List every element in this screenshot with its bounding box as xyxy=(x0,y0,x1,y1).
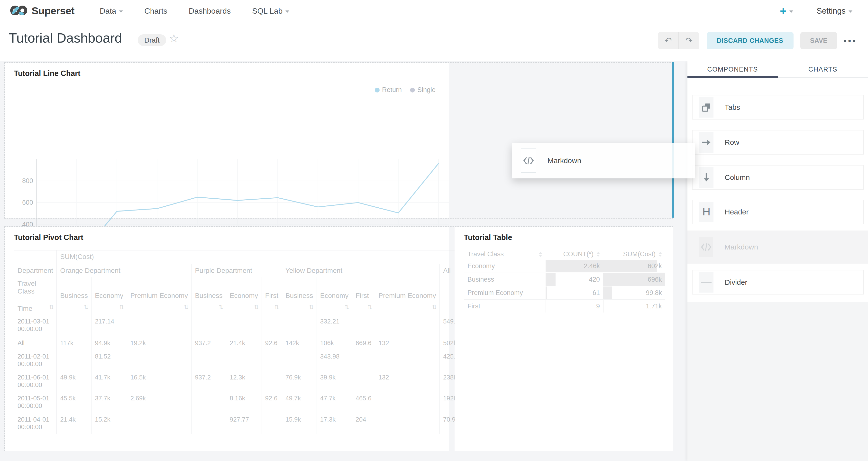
drag-preview-card[interactable]: Markdown xyxy=(512,143,695,178)
pivot-table: SUM(Cost)DepartmentOrange DepartmentPurp… xyxy=(14,250,466,434)
sort-icon[interactable]: ⇅ xyxy=(254,305,258,310)
pivot-cell xyxy=(191,315,226,337)
sort-icon xyxy=(539,252,542,257)
superset-brand[interactable]: Superset xyxy=(8,3,74,19)
sidebar-item-tabs[interactable]: Tabs xyxy=(692,95,864,120)
column-header[interactable]: SUM(Cost) xyxy=(603,249,665,259)
sum-cell: 602k xyxy=(603,259,665,273)
pivot-cell: 927.77 xyxy=(226,413,261,434)
discard-changes-button[interactable]: DISCARD CHANGES xyxy=(707,32,794,49)
sort-icon[interactable]: ⇅ xyxy=(184,305,188,310)
nav-item-dashboards[interactable]: Dashboards xyxy=(189,7,231,16)
sort-icon[interactable]: ⇅ xyxy=(274,305,278,310)
pivot-cell xyxy=(191,413,226,434)
nav-item-charts[interactable]: Charts xyxy=(144,7,167,16)
column-header[interactable]: COUNT(*) xyxy=(546,249,603,259)
redo-button[interactable]: ↷ xyxy=(679,32,700,49)
dashboard-row-2: Tutorial Pivot Chart SUM(Cost)Department… xyxy=(4,226,673,451)
sort-icon[interactable]: ⇅ xyxy=(119,305,123,310)
active-tab-underline xyxy=(687,76,778,78)
pivot-cell: 45.5k xyxy=(57,392,92,413)
travel-class-cell: Business xyxy=(464,273,546,286)
sum-cell: 1.71k xyxy=(603,300,665,313)
pivot-sort-cell[interactable]: ⇅ xyxy=(375,302,440,315)
sidebar-item-markdown: Markdown xyxy=(687,230,868,264)
pivot-cell: 669.6 xyxy=(352,337,375,350)
pivot-row-dimension: TravelClass xyxy=(14,277,57,302)
pivot-sort-cell[interactable]: ⇅ xyxy=(127,302,191,315)
settings-menu[interactable]: Settings xyxy=(817,6,852,16)
legend-dot xyxy=(375,88,380,92)
favorite-star-icon[interactable]: ☆ xyxy=(169,32,179,45)
dashboard-title[interactable]: Tutorial Dashboard xyxy=(9,30,122,46)
sort-icon[interactable]: ⇅ xyxy=(309,305,313,310)
pivot-row-header: 2011-05-0100:00:00 xyxy=(14,392,57,413)
pivot-col-dimension: Department xyxy=(14,264,57,277)
pivot-row-header: 2011-03-0100:00:00 xyxy=(14,315,57,337)
table-chart-card[interactable]: Tutorial Table Travel Class COUNT(*) SUM… xyxy=(455,227,673,451)
pivot-cell xyxy=(261,350,282,371)
pivot-col-group: Purple Department xyxy=(191,264,282,277)
sort-icon[interactable]: ⇅ xyxy=(84,305,88,310)
pivot-time-header[interactable]: Time⇅ xyxy=(14,302,57,315)
pivot-subcolumn: Business xyxy=(57,277,92,302)
table-row: Economy 2.46k 602k xyxy=(464,259,665,273)
sidebar-tab-charts[interactable]: CHARTS xyxy=(778,61,868,78)
pivot-sort-cell[interactable]: ⇅ xyxy=(317,302,352,315)
pivot-sort-cell[interactable]: ⇅ xyxy=(191,302,226,315)
new-item-button[interactable]: + xyxy=(780,4,793,18)
svg-text:600: 600 xyxy=(22,199,33,206)
svg-text:H: H xyxy=(703,206,711,218)
pivot-cell xyxy=(57,315,92,337)
legend-label: Single xyxy=(417,86,436,94)
legend-item-return[interactable]: Return xyxy=(375,86,402,94)
pivot-cell xyxy=(127,315,191,337)
nav-item-label: Dashboards xyxy=(189,7,231,16)
sidebar-item-row[interactable]: Row xyxy=(692,130,864,155)
line-chart-card[interactable]: Tutorial Line Chart ReturnSingle 2004006… xyxy=(5,63,449,218)
more-options-button[interactable]: ••• xyxy=(843,36,857,45)
save-button[interactable]: SAVE xyxy=(800,32,837,49)
pivot-row-header: All xyxy=(14,337,57,350)
pivot-cell xyxy=(226,315,261,337)
pivot-subcolumn: Economy xyxy=(226,277,261,302)
legend-item-single[interactable]: Single xyxy=(410,86,436,94)
pivot-sort-cell[interactable]: ⇅ xyxy=(57,302,92,315)
markdown-icon xyxy=(521,149,536,173)
tab-label: COMPONENTS xyxy=(707,66,758,73)
pivot-cell xyxy=(282,315,317,337)
header-actions: ↶ ↷ DISCARD CHANGES SAVE ••• xyxy=(658,32,857,49)
pivot-sort-cell[interactable]: ⇅ xyxy=(261,302,282,315)
pivot-cell: 16.5k xyxy=(127,371,191,392)
pivot-cell: 937.2 xyxy=(191,337,226,350)
sort-icon[interactable]: ⇅ xyxy=(219,305,223,310)
sort-icon[interactable]: ⇅ xyxy=(367,305,371,310)
sort-icon[interactable]: ⇅ xyxy=(49,305,53,310)
pivot-cell: 132 xyxy=(375,337,440,350)
sidebar-item-divider[interactable]: Divider xyxy=(692,270,864,295)
pivot-chart-card[interactable]: Tutorial Pivot Chart SUM(Cost)Department… xyxy=(5,227,449,451)
pivot-cell: 92.6 xyxy=(261,392,282,413)
nav-item-sql-lab[interactable]: SQL Lab xyxy=(252,7,289,16)
pivot-cell xyxy=(261,413,282,434)
pivot-subcolumn: Business xyxy=(191,277,226,302)
pivot-row-header: 2011-04-0100:00:00 xyxy=(14,413,57,434)
nav-item-data[interactable]: Data xyxy=(100,7,123,16)
pivot-cell: 76.9k xyxy=(282,371,317,392)
sort-icon[interactable]: ⇅ xyxy=(344,305,348,310)
column-header[interactable]: Travel Class xyxy=(464,249,546,259)
pivot-sort-cell[interactable]: ⇅ xyxy=(226,302,261,315)
sort-icon[interactable]: ⇅ xyxy=(432,305,436,310)
sidebar-item-label: Markdown xyxy=(724,243,758,251)
pivot-sort-cell[interactable]: ⇅ xyxy=(91,302,127,315)
sidebar-tab-components[interactable]: COMPONENTS xyxy=(687,61,778,78)
sidebar-item-column[interactable]: Column xyxy=(692,165,864,190)
chevron-down-icon xyxy=(285,10,289,13)
undo-button[interactable]: ↶ xyxy=(658,32,679,49)
count-cell: 9 xyxy=(546,300,603,313)
sidebar-item-header[interactable]: HHeader xyxy=(692,200,864,224)
pivot-sort-cell[interactable]: ⇅ xyxy=(352,302,375,315)
pivot-sort-cell[interactable]: ⇅ xyxy=(282,302,317,315)
pivot-row-header: 2011-02-0100:00:00 xyxy=(14,350,57,371)
pivot-cell: 21.4k xyxy=(57,413,92,434)
